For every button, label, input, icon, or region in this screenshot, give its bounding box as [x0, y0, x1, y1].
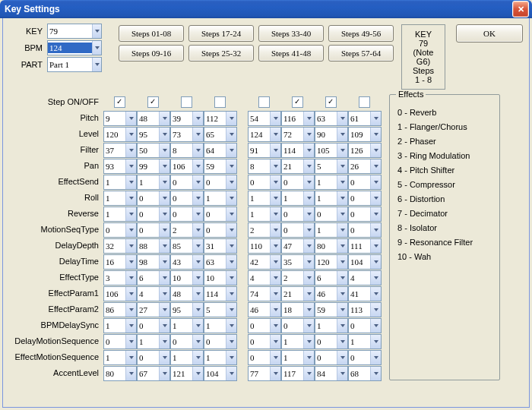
value-dropdown-button[interactable]: [270, 335, 280, 348]
value-cell[interactable]: [348, 366, 380, 380]
value-input[interactable]: [104, 161, 125, 172]
value-cell[interactable]: [248, 318, 280, 332]
steps-25-32-button[interactable]: Steps 25-32: [188, 45, 254, 62]
value-dropdown-button[interactable]: [192, 239, 203, 253]
value-cell[interactable]: [281, 350, 313, 364]
value-cell[interactable]: [281, 207, 313, 220]
value-input[interactable]: [204, 113, 226, 124]
value-dropdown-button[interactable]: [303, 112, 314, 125]
value-input[interactable]: [104, 304, 125, 315]
value-cell[interactable]: [103, 191, 135, 204]
value-input[interactable]: [138, 289, 159, 299]
value-input[interactable]: [171, 320, 192, 331]
value-input[interactable]: [204, 320, 226, 331]
value-cell[interactable]: [103, 207, 135, 220]
value-dropdown-button[interactable]: [125, 303, 136, 317]
value-input[interactable]: [171, 177, 192, 188]
value-dropdown-button[interactable]: [159, 207, 169, 221]
value-input[interactable]: [249, 177, 270, 188]
value-input[interactable]: [282, 257, 303, 267]
value-input[interactable]: [282, 241, 303, 251]
value-dropdown-button[interactable]: [337, 319, 347, 333]
value-cell[interactable]: [281, 270, 313, 284]
value-input[interactable]: [104, 225, 125, 235]
steps-01-08-button[interactable]: Steps 01-08: [119, 25, 184, 42]
value-input[interactable]: [249, 129, 270, 140]
value-input[interactable]: [171, 145, 192, 156]
value-input[interactable]: [138, 161, 159, 172]
value-dropdown-button[interactable]: [270, 367, 280, 380]
value-input[interactable]: [349, 336, 370, 347]
value-input[interactable]: [315, 193, 337, 203]
steps-49-56-button[interactable]: Steps 49-56: [328, 25, 394, 42]
value-dropdown-button[interactable]: [159, 191, 169, 205]
value-input[interactable]: [249, 193, 270, 203]
value-input[interactable]: [138, 241, 159, 251]
value-cell[interactable]: [348, 318, 380, 332]
value-input[interactable]: [282, 225, 303, 235]
value-dropdown-button[interactable]: [226, 239, 236, 253]
value-dropdown-button[interactable]: [192, 271, 203, 285]
bpm-combo[interactable]: [47, 40, 102, 55]
value-input[interactable]: [315, 145, 337, 156]
value-dropdown-button[interactable]: [192, 128, 203, 141]
value-input[interactable]: [104, 193, 125, 203]
value-cell[interactable]: [348, 143, 380, 156]
value-dropdown-button[interactable]: [303, 175, 314, 189]
value-input[interactable]: [138, 225, 159, 235]
value-cell[interactable]: [315, 366, 347, 380]
value-dropdown-button[interactable]: [370, 175, 381, 189]
value-dropdown-button[interactable]: [226, 319, 236, 333]
value-dropdown-button[interactable]: [303, 367, 314, 380]
value-dropdown-button[interactable]: [303, 239, 314, 253]
value-input[interactable]: [282, 113, 303, 124]
value-cell[interactable]: [170, 334, 202, 348]
value-cell[interactable]: [170, 175, 202, 188]
value-input[interactable]: [282, 273, 303, 283]
value-input[interactable]: [249, 209, 270, 219]
value-cell[interactable]: [315, 270, 347, 284]
value-cell[interactable]: [315, 222, 347, 236]
value-dropdown-button[interactable]: [226, 191, 236, 205]
value-dropdown-button[interactable]: [159, 128, 169, 141]
value-cell[interactable]: [315, 254, 347, 268]
value-dropdown-button[interactable]: [192, 112, 203, 125]
value-input[interactable]: [204, 209, 226, 219]
value-dropdown-button[interactable]: [370, 207, 381, 221]
value-cell[interactable]: [204, 127, 236, 140]
value-dropdown-button[interactable]: [159, 112, 169, 125]
value-dropdown-button[interactable]: [337, 128, 347, 141]
value-cell[interactable]: [248, 191, 280, 204]
value-dropdown-button[interactable]: [370, 335, 381, 348]
value-cell[interactable]: [103, 143, 135, 156]
value-cell[interactable]: [281, 143, 313, 156]
value-dropdown-button[interactable]: [337, 191, 347, 205]
value-cell[interactable]: [281, 175, 313, 188]
value-cell[interactable]: [315, 334, 347, 348]
value-cell[interactable]: [137, 254, 169, 268]
value-dropdown-button[interactable]: [159, 159, 169, 173]
value-cell[interactable]: [315, 207, 347, 220]
value-input[interactable]: [204, 145, 226, 156]
value-cell[interactable]: [281, 222, 313, 236]
value-cell[interactable]: [137, 111, 169, 125]
value-cell[interactable]: [248, 222, 280, 236]
value-input[interactable]: [138, 320, 159, 331]
value-cell[interactable]: [170, 222, 202, 236]
value-cell[interactable]: [204, 159, 236, 172]
value-input[interactable]: [282, 193, 303, 203]
value-input[interactable]: [104, 320, 125, 331]
key-combo[interactable]: [47, 24, 102, 39]
value-dropdown-button[interactable]: [303, 271, 314, 285]
value-input[interactable]: [349, 273, 370, 283]
value-input[interactable]: [349, 145, 370, 156]
value-dropdown-button[interactable]: [303, 128, 314, 141]
value-cell[interactable]: [103, 175, 135, 188]
value-input[interactable]: [249, 304, 270, 315]
value-dropdown-button[interactable]: [337, 351, 347, 364]
value-input[interactable]: [249, 145, 270, 156]
value-dropdown-button[interactable]: [226, 255, 236, 269]
value-dropdown-button[interactable]: [337, 144, 347, 157]
value-input[interactable]: [104, 352, 125, 363]
value-dropdown-button[interactable]: [370, 271, 381, 285]
